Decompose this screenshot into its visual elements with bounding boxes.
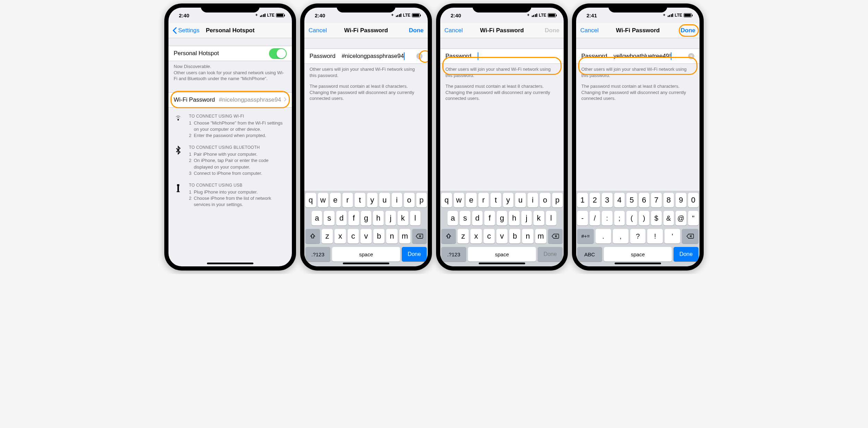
key-![interactable]: ! [647,229,663,243]
key-z[interactable]: z [458,229,469,243]
key-c[interactable]: c [484,229,495,243]
key-g[interactable]: g [361,211,371,225]
key-e[interactable]: e [466,193,477,207]
home-indicator[interactable] [343,263,389,264]
key-h[interactable]: h [509,211,519,225]
key-r[interactable]: r [342,193,353,207]
key-9[interactable]: 9 [676,193,686,207]
key-/[interactable]: / [590,211,600,225]
clear-icon[interactable]: ✕ [416,53,423,59]
key-s[interactable]: s [324,211,334,225]
key-x[interactable]: x [470,229,481,243]
home-indicator[interactable] [207,263,253,264]
key-s[interactable]: s [460,211,470,225]
key-@[interactable]: @ [676,211,686,225]
key-o[interactable]: o [540,193,550,207]
key-p[interactable]: p [552,193,563,207]
toggle-switch-icon[interactable] [269,48,287,59]
key-z[interactable]: z [322,229,333,243]
home-indicator[interactable] [479,263,525,264]
key-&[interactable]: & [663,211,674,225]
key-1[interactable]: 1 [577,193,588,207]
key-m[interactable]: m [535,229,546,243]
key-b[interactable]: b [373,229,384,243]
key-r[interactable]: r [478,193,489,207]
key-;[interactable]: ; [614,211,625,225]
wifi-password-row[interactable]: Wi-Fi Password #nicelongpassphrase94 [168,92,292,108]
shift-key[interactable] [441,229,456,243]
key-l[interactable]: l [546,211,556,225]
key-2[interactable]: 2 [590,193,600,207]
key-,[interactable]: , [613,229,628,243]
key-0[interactable]: 0 [688,193,699,207]
delete-key[interactable] [412,229,427,243]
key-3[interactable]: 3 [602,193,613,207]
key-q[interactable]: q [305,193,316,207]
key-"[interactable]: " [688,211,699,225]
key-([interactable]: ( [626,211,637,225]
key-$[interactable]: $ [651,211,662,225]
key-n[interactable]: n [522,229,533,243]
key-:[interactable]: : [602,211,613,225]
key-g[interactable]: g [497,211,507,225]
key-w[interactable]: w [454,193,465,207]
key-l[interactable]: l [410,211,420,225]
password-input-empty[interactable] [478,52,558,60]
key-m[interactable]: m [399,229,410,243]
key-h[interactable]: h [373,211,383,225]
key-y[interactable]: y [503,193,514,207]
home-indicator[interactable] [615,263,661,264]
key-o[interactable]: o [404,193,415,207]
key-c[interactable]: c [348,229,359,243]
key-u[interactable]: u [379,193,390,207]
key-'[interactable]: ' [665,229,680,243]
space-key[interactable]: space [332,247,400,262]
kb-done-key[interactable]: Done [674,247,698,262]
key-j[interactable]: j [521,211,532,225]
key-n[interactable]: n [386,229,397,243]
key-4[interactable]: 4 [614,193,625,207]
kb-done-key[interactable]: Done [402,247,427,262]
back-button[interactable]: Settings [173,27,199,34]
mode-key[interactable]: .?123 [441,247,466,262]
key-f[interactable]: f [484,211,495,225]
key-p[interactable]: p [416,193,427,207]
mode-key[interactable]: .?123 [305,247,330,262]
key-i[interactable]: i [392,193,402,207]
hotspot-toggle-row[interactable]: Personal Hotspot [168,46,292,61]
key-?[interactable]: ? [630,229,646,243]
key-i[interactable]: i [528,193,538,207]
key-)[interactable]: ) [639,211,650,225]
password-input[interactable]: #nicelongpassphrase94 [342,52,410,60]
key-f[interactable]: f [348,211,359,225]
space-key[interactable]: space [468,247,536,262]
shift-key[interactable] [305,229,320,243]
key-q[interactable]: q [441,193,452,207]
key-.[interactable]: . [596,229,611,243]
key-e[interactable]: e [330,193,341,207]
key-a[interactable]: a [312,211,322,225]
key-u[interactable]: u [515,193,526,207]
space-key[interactable]: space [604,247,672,262]
key-y[interactable]: y [367,193,378,207]
delete-key[interactable] [548,229,563,243]
cancel-button[interactable]: Cancel [444,27,463,34]
key-x[interactable]: x [335,229,346,243]
sym-mode-key[interactable]: #+= [577,229,594,243]
key-5[interactable]: 5 [626,193,637,207]
done-button[interactable]: Done [681,27,696,34]
key-k[interactable]: k [398,211,408,225]
cancel-button[interactable]: Cancel [580,27,599,34]
key-v[interactable]: v [496,229,507,243]
delete-key[interactable] [682,229,698,243]
key-v[interactable]: v [361,229,372,243]
key-b[interactable]: b [509,229,520,243]
cancel-button[interactable]: Cancel [309,27,327,34]
abc-key[interactable]: ABC [577,247,602,262]
key--[interactable]: - [577,211,588,225]
key-w[interactable]: w [318,193,329,207]
password-input[interactable]: yellowboatbluetree49! [614,52,682,60]
key-d[interactable]: d [472,211,483,225]
key-k[interactable]: k [533,211,544,225]
key-t[interactable]: t [491,193,501,207]
